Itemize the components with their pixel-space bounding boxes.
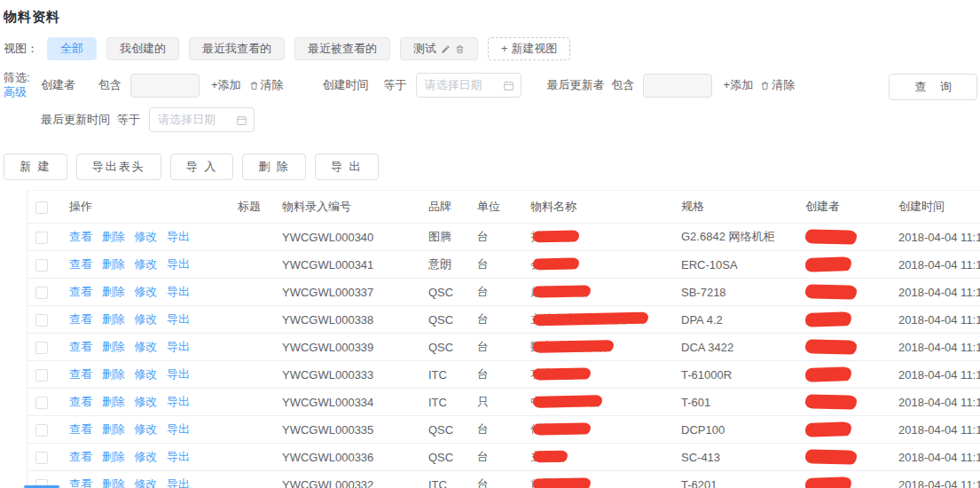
advanced-filter-link[interactable]: 高级: [4, 85, 35, 99]
delete-link[interactable]: 删除: [102, 230, 125, 243]
row-checkbox[interactable]: [35, 452, 48, 464]
cell-entry-no: YWCGWL000333: [280, 368, 427, 382]
row-checkbox[interactable]: [35, 424, 48, 437]
last-update-time-date-input[interactable]: 请选择日期: [149, 107, 255, 132]
view-link[interactable]: 查看: [69, 312, 92, 326]
cell-entry-no: YWCGWL000341: [280, 258, 427, 272]
create-time-date-input[interactable]: 请选择日期: [416, 73, 521, 98]
view-tab-recently-viewed[interactable]: 最近被查看的: [294, 37, 390, 60]
views-label: 视图：: [4, 41, 38, 57]
last-updater-filter-input[interactable]: [643, 74, 712, 98]
view-tab-label: 我创建的: [120, 41, 166, 57]
view-link[interactable]: 查看: [69, 285, 92, 298]
creator-clear-link[interactable]: 清除: [249, 77, 284, 93]
view-link[interactable]: 查看: [69, 367, 92, 381]
row-checkbox[interactable]: [35, 232, 48, 244]
new-view-label: + 新建视图: [501, 41, 557, 57]
cell-select: [27, 395, 67, 409]
cell-created-time: 2018-04-04 11:16: [897, 231, 980, 244]
row-checkbox[interactable]: [35, 369, 48, 382]
edit-link[interactable]: 修改: [134, 312, 157, 326]
trash-icon[interactable]: [455, 44, 465, 54]
creator-filter-input[interactable]: [130, 74, 200, 98]
delete-link[interactable]: 删除: [102, 257, 125, 271]
cell-unit: 台: [475, 284, 529, 300]
cell-creator: [804, 420, 897, 439]
view-tab-recently-viewed-by-me[interactable]: 最近我查看的: [189, 37, 285, 60]
import-button[interactable]: 导 入: [170, 153, 234, 180]
view-tab-label: 测试: [413, 41, 436, 57]
export-link[interactable]: 导出: [167, 257, 190, 271]
delete-link[interactable]: 删除: [102, 450, 125, 463]
row-checkbox[interactable]: [35, 342, 48, 354]
creator-field-label: 创建者: [41, 77, 75, 93]
search-button[interactable]: 查 询: [889, 74, 977, 100]
delete-button[interactable]: 删 除: [242, 153, 306, 180]
select-all-checkbox[interactable]: [35, 201, 48, 214]
delete-link[interactable]: 删除: [102, 395, 125, 408]
row-checkbox[interactable]: [35, 259, 48, 272]
redaction-scribble: [533, 367, 591, 380]
export-link[interactable]: 导出: [167, 285, 190, 298]
delete-link[interactable]: 删除: [102, 312, 125, 326]
edit-link[interactable]: 修改: [134, 477, 157, 488]
cell-spec: ERC-10SA: [679, 258, 804, 272]
delete-link[interactable]: 删除: [102, 422, 125, 436]
delete-link[interactable]: 删除: [102, 477, 125, 488]
export-button[interactable]: 导 出: [315, 153, 379, 180]
export-link[interactable]: 导出: [167, 340, 190, 353]
last-updater-add-link[interactable]: +添加: [724, 77, 754, 93]
export-header-button[interactable]: 导出表头: [76, 153, 161, 180]
edit-link[interactable]: 修改: [134, 422, 157, 436]
edit-link[interactable]: 修改: [134, 395, 157, 408]
table-row: 查看 删除 修改 导出 YWCGWL000334 ITC 只 中型壁挂音箱 T-…: [27, 389, 980, 416]
delete-link[interactable]: 删除: [102, 367, 125, 381]
delete-link[interactable]: 删除: [102, 285, 125, 298]
view-link[interactable]: 查看: [69, 450, 92, 463]
view-link[interactable]: 查看: [69, 395, 92, 408]
new-view-button[interactable]: + 新建视图: [488, 37, 570, 60]
view-tab-all[interactable]: 全部: [47, 37, 97, 60]
last-updater-clear-link[interactable]: 清除: [760, 77, 795, 93]
creator-add-link[interactable]: +添加: [211, 77, 241, 93]
cell-spec: SC-413: [679, 451, 804, 464]
export-link[interactable]: 导出: [167, 395, 190, 408]
export-link[interactable]: 导出: [167, 450, 190, 463]
redaction-scribble: [533, 451, 568, 463]
cell-material-name: 超低频音箱: [529, 284, 679, 300]
edit-icon[interactable]: [441, 44, 451, 54]
delete-link[interactable]: 删除: [102, 340, 125, 353]
export-link[interactable]: 导出: [167, 367, 190, 381]
edit-link[interactable]: 修改: [134, 367, 157, 381]
edit-link[interactable]: 修改: [134, 257, 157, 271]
cell-unit: 只: [475, 394, 529, 410]
view-link[interactable]: 查看: [69, 230, 92, 243]
export-link[interactable]: 导出: [167, 312, 190, 326]
edit-link[interactable]: 修改: [134, 230, 157, 243]
create-button[interactable]: 新 建: [4, 153, 67, 180]
cell-spec: DCP100: [679, 423, 804, 437]
edit-link[interactable]: 修改: [134, 285, 157, 298]
row-checkbox[interactable]: [35, 314, 48, 327]
cell-creator: [804, 227, 897, 247]
last-updater-field-label: 最后更新者: [547, 77, 605, 93]
view-link[interactable]: 查看: [69, 257, 92, 271]
edit-link[interactable]: 修改: [134, 450, 157, 463]
row-checkbox[interactable]: [35, 287, 48, 299]
cell-brand: 意朗: [427, 256, 475, 272]
view-tab-test[interactable]: 测试: [400, 37, 478, 60]
view-link[interactable]: 查看: [69, 422, 92, 436]
creator-op-label: 包含: [98, 77, 122, 93]
view-link[interactable]: 查看: [69, 340, 92, 353]
table-row: 查看 删除 修改 导出 YWCGWL000332 ITC 台 前置放大器 T-6…: [27, 471, 980, 488]
view-tab-created-by-me[interactable]: 我创建的: [106, 37, 179, 60]
redacted-material-name: 中型壁挂音箱: [530, 394, 600, 410]
export-link[interactable]: 导出: [167, 230, 190, 243]
export-link[interactable]: 导出: [167, 422, 190, 436]
export-link[interactable]: 导出: [167, 477, 190, 488]
view-link[interactable]: 查看: [69, 477, 92, 488]
header-entry-no: 物料录入编号: [280, 199, 427, 215]
redaction-scribble: [805, 284, 857, 300]
edit-link[interactable]: 修改: [134, 340, 157, 353]
row-checkbox[interactable]: [35, 397, 48, 409]
